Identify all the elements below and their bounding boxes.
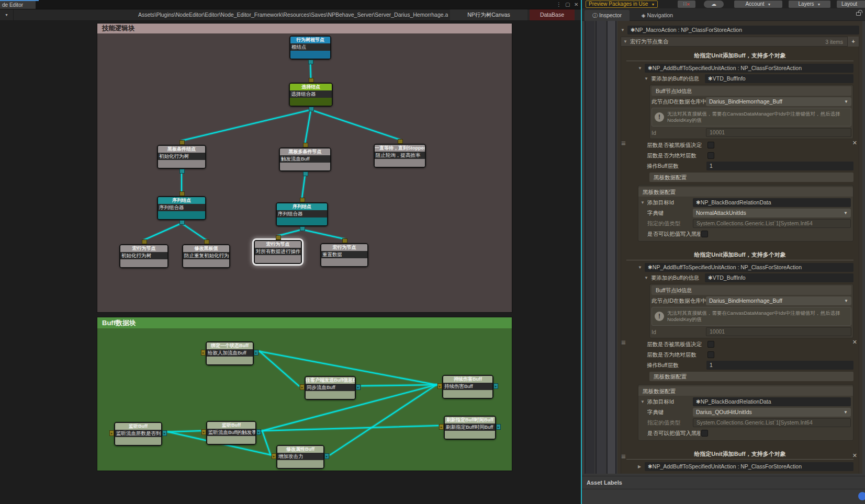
graph-node-macro2[interactable]: 宏行为节点对所有数据进行操作 <box>254 240 302 264</box>
collab-button[interactable]: ∷✕ <box>678 1 695 8</box>
left-port-icon[interactable]: ▸ <box>437 383 442 389</box>
asset-label-badge[interactable] <box>858 492 865 500</box>
lock-icon[interactable] <box>856 12 861 16</box>
preview-packages-dropdown[interactable]: Preview Packages in Use▼ <box>586 1 658 8</box>
remove-element-button[interactable]: ✕ <box>852 339 857 346</box>
in-port-icon[interactable] <box>303 143 308 147</box>
right-port-icon[interactable]: ▸ <box>256 429 261 435</box>
target-value[interactable]: ✱NP_BlackBoardRelationData <box>693 397 851 406</box>
foldout-arrow-icon[interactable]: ▼ <box>623 39 630 44</box>
action-header[interactable]: ✱NP_AddBuffToSpecifiedUnitAction : NP_Cl… <box>645 462 853 471</box>
out-port-icon[interactable] <box>179 169 185 174</box>
out-port-icon[interactable] <box>309 107 314 111</box>
foldout-arrow-icon[interactable]: ▼ <box>621 28 627 32</box>
graph-node-seq1[interactable]: 序列结点序列组合器 <box>157 196 206 220</box>
left-port-icon[interactable]: ▸ <box>300 384 305 390</box>
op-stack-field[interactable]: 1 <box>706 361 853 370</box>
right-port-icon[interactable]: ▸ <box>493 383 498 389</box>
write-bb-checkbox[interactable] <box>701 231 708 237</box>
out-port-icon[interactable] <box>300 226 305 231</box>
out-port-icon[interactable] <box>303 171 308 176</box>
op-stack-field[interactable]: 1 <box>706 162 853 170</box>
graph-node-macro1[interactable]: 宏行为节点初始化行为树 <box>119 244 168 268</box>
close-icon[interactable]: ✕ <box>574 1 578 8</box>
left-port-icon[interactable]: ▸ <box>201 429 206 435</box>
tab-inspector[interactable]: ⓘInspector <box>585 10 630 21</box>
graph-node-dot[interactable]: 持续伤害Buff持续伤害Buff▸▸ <box>442 375 493 399</box>
stack-bb-checkbox[interactable] <box>707 341 714 348</box>
cloud-button[interactable]: ☁ <box>704 1 724 8</box>
in-port-icon[interactable] <box>309 78 314 83</box>
stack-bb-checkbox[interactable] <box>707 142 714 148</box>
stack-abs-checkbox[interactable] <box>707 351 714 358</box>
foldout-arrow-icon[interactable]: ▼ <box>644 76 651 81</box>
graph-node-seq2[interactable]: 序列结点序列组合器 <box>276 202 328 226</box>
right-port-icon[interactable]: ▸ <box>356 384 361 390</box>
drag-handle-icon[interactable]: ≡ <box>621 454 626 459</box>
in-port-icon[interactable] <box>276 235 281 240</box>
node-id-dropdown[interactable]: Darius_BindHemorrhage_Buff ▼ <box>706 97 851 106</box>
left-port-icon[interactable]: ▸ <box>201 350 206 356</box>
graph-node-bbcond[interactable]: 黑板条件结点初始化行为树 <box>157 145 206 169</box>
in-port-icon[interactable] <box>142 239 147 244</box>
graph-node-send[interactable]: 往客户端发送Buff信息Buff同步流血Buff▸▸ <box>305 376 356 400</box>
more-icon[interactable]: ⋮ <box>556 1 561 8</box>
right-port-icon[interactable]: ▸ <box>324 453 329 459</box>
graph-node-modattr[interactable]: 修改属性Buff增加攻击力▸▸ <box>276 445 324 469</box>
graph-node-modbb[interactable]: 修改黑板值防止重复初始化行为树 <box>182 244 230 268</box>
right-port-icon[interactable]: ▸ <box>254 350 259 356</box>
buff-info-value[interactable]: ✱VTD_BuffInfo <box>705 273 853 282</box>
action-header[interactable]: ✱NP_AddBuffToSpecifiedUnitAction : NP_Cl… <box>645 64 853 73</box>
buff-data-canvas[interactable]: Buff数据块 绑定一个状态Buff给敌人加流血Buff▸▸往客户端发送Buff… <box>97 317 512 471</box>
skill-logic-canvas[interactable]: 技能逻辑块 行为树根节点根结点选择结点选择组合器黑板条件结点初始化行为树黑板多条… <box>97 24 512 312</box>
right-port-icon[interactable]: ▸ <box>496 424 501 430</box>
node-editor-area[interactable]: 技能逻辑块 行为树根节点根结点选择结点选择组合器黑板条件结点初始化行为树黑板多条… <box>0 21 581 504</box>
remove-element-button[interactable]: ✕ <box>852 140 857 146</box>
write-bb-checkbox[interactable] <box>701 430 708 437</box>
foldout-arrow-icon[interactable]: ▼ <box>644 276 651 280</box>
node-id-dropdown[interactable]: Darius_BindHemorrhage_Buff ▼ <box>706 296 851 305</box>
graph-node-wait[interactable]: 一直等待，直到Stopped阻止轮询，提高效率 <box>374 144 426 168</box>
remove-element-button[interactable]: ✕ <box>852 452 857 459</box>
graph-node-bind[interactable]: 绑定一个状态Buff给敌人加流血Buff▸▸ <box>206 341 254 365</box>
in-port-icon[interactable] <box>179 140 185 145</box>
foldout-arrow-icon[interactable]: ▶ <box>638 464 645 469</box>
target-value[interactable]: ✱NP_BlackBoardRelationData <box>693 198 851 207</box>
in-port-icon[interactable] <box>300 198 305 202</box>
graph-node-macro3[interactable]: 宏行为节点重置数据 <box>320 243 368 267</box>
in-port-icon[interactable] <box>179 191 185 196</box>
graph-node-bbmulti[interactable]: 黑板多条件节点触发流血Buff <box>279 147 331 171</box>
toolbar-dropdown-caret[interactable]: ▼ <box>0 9 14 20</box>
foldout-arrow-icon[interactable]: ▼ <box>638 66 645 71</box>
graph-node-listen1[interactable]: 监听Buff监听流血层数是否到达5层▸▸ <box>114 422 162 446</box>
graph-node-selector[interactable]: 选择结点选择组合器 <box>289 83 333 107</box>
asset-labels-header[interactable]: Asset Labels <box>582 476 865 489</box>
buff-info-value[interactable]: ✱VTD_BuffInfo <box>705 74 853 83</box>
maximize-icon[interactable]: ▢ <box>565 1 570 8</box>
graph-node-refresh[interactable]: 刷新指定Buff时间Buff刷新指定Buff时间Buff▸▸ <box>444 416 496 440</box>
in-port-icon[interactable] <box>398 139 403 144</box>
drag-handle-icon[interactable]: ≡ <box>621 141 626 146</box>
drag-handle-icon[interactable]: ≡ <box>621 340 626 345</box>
layers-dropdown[interactable]: Layers▼ <box>789 1 830 8</box>
graph-node-listen2[interactable]: 监听Buff监听流血Buff的触发事件▸▸ <box>206 421 256 445</box>
left-port-icon[interactable]: ▸ <box>272 453 276 459</box>
canvas-type-button[interactable]: NP行为树Canvas <box>450 9 527 20</box>
foldout-arrow-icon[interactable]: ▼ <box>641 399 647 404</box>
out-port-icon[interactable] <box>179 220 185 225</box>
account-dropdown[interactable]: Account▼ <box>734 1 782 8</box>
layout-dropdown[interactable]: Layout <box>837 1 865 8</box>
left-port-icon[interactable]: ▸ <box>439 424 444 430</box>
graph-node-root[interactable]: 行为树根节点根结点 <box>289 36 331 60</box>
foldout-arrow-icon[interactable]: ▼ <box>641 200 647 205</box>
action-header[interactable]: ✱NP_AddBuffToSpecifiedUnitAction : NP_Cl… <box>645 263 853 272</box>
foldout-arrow-icon[interactable]: ▼ <box>638 265 645 270</box>
tab-navigation[interactable]: ◈Navigation <box>632 10 682 21</box>
left-port-icon[interactable]: ▸ <box>109 430 114 436</box>
add-item-button[interactable]: + <box>847 37 859 47</box>
out-port-icon[interactable] <box>308 60 313 64</box>
macro-action-header[interactable]: ✱NP_MacroAction : NP_ClassForStoreAction <box>627 26 859 35</box>
dict-dropdown[interactable]: NormalAttackUnitIds ▼ <box>693 209 851 217</box>
tab-node-editor[interactable]: de Editor <box>0 1 36 9</box>
in-port-icon[interactable] <box>342 238 347 243</box>
